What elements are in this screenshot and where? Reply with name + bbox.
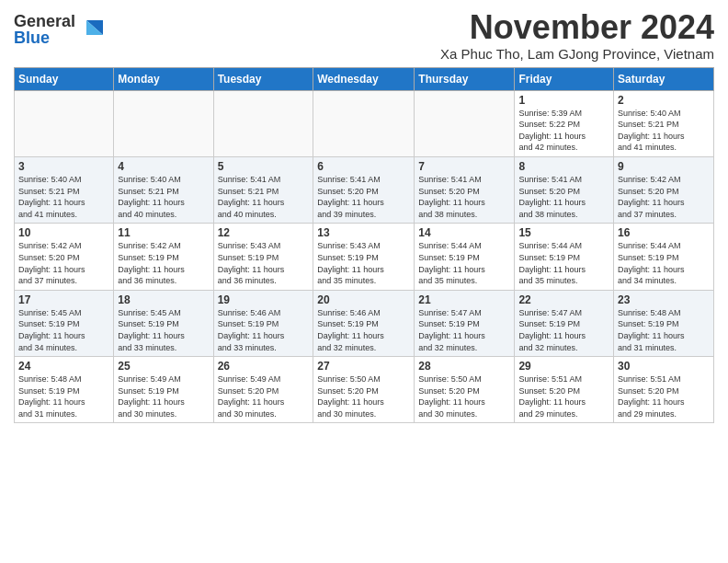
subtitle: Xa Phuc Tho, Lam GJong Province, Vietnam (440, 46, 714, 62)
calendar-cell: 24Sunrise: 5:48 AM Sunset: 5:19 PM Dayli… (15, 357, 114, 423)
day-info: Sunrise: 5:51 AM Sunset: 5:20 PM Dayligh… (518, 373, 609, 419)
col-header-tuesday: Tuesday (213, 67, 313, 90)
day-info: Sunrise: 5:46 AM Sunset: 5:19 PM Dayligh… (218, 307, 310, 353)
day-number: 8 (518, 160, 609, 173)
day-info: Sunrise: 5:50 AM Sunset: 5:20 PM Dayligh… (418, 373, 510, 419)
calendar-cell: 4Sunrise: 5:40 AM Sunset: 5:21 PM Daylig… (114, 156, 213, 223)
calendar-cell: 7Sunrise: 5:41 AM Sunset: 5:20 PM Daylig… (415, 156, 515, 223)
calendar-week-3: 10Sunrise: 5:42 AM Sunset: 5:20 PM Dayli… (15, 224, 714, 290)
logo: General Blue (14, 13, 103, 46)
calendar-cell: 8Sunrise: 5:41 AM Sunset: 5:20 PM Daylig… (515, 156, 614, 223)
day-info: Sunrise: 5:50 AM Sunset: 5:20 PM Dayligh… (317, 373, 410, 419)
day-number: 21 (418, 293, 510, 306)
calendar-cell: 27Sunrise: 5:50 AM Sunset: 5:20 PM Dayli… (313, 357, 415, 423)
day-number: 17 (18, 293, 109, 306)
day-info: Sunrise: 5:48 AM Sunset: 5:19 PM Dayligh… (18, 373, 109, 419)
logo-general-text: General (14, 13, 75, 29)
calendar-cell: 15Sunrise: 5:44 AM Sunset: 5:19 PM Dayli… (515, 224, 614, 290)
col-header-sunday: Sunday (15, 67, 114, 90)
day-info: Sunrise: 5:49 AM Sunset: 5:20 PM Dayligh… (218, 373, 310, 419)
day-info: Sunrise: 5:49 AM Sunset: 5:19 PM Dayligh… (118, 373, 209, 419)
col-header-saturday: Saturday (614, 67, 714, 90)
calendar-cell: 5Sunrise: 5:41 AM Sunset: 5:21 PM Daylig… (213, 156, 313, 223)
day-info: Sunrise: 5:47 AM Sunset: 5:19 PM Dayligh… (418, 307, 510, 353)
day-number: 9 (618, 160, 710, 173)
calendar-cell: 14Sunrise: 5:44 AM Sunset: 5:19 PM Dayli… (415, 224, 515, 290)
calendar-cell (213, 90, 313, 156)
calendar-cell: 12Sunrise: 5:43 AM Sunset: 5:19 PM Dayli… (213, 224, 313, 290)
day-info: Sunrise: 5:41 AM Sunset: 5:20 PM Dayligh… (317, 174, 410, 220)
calendar-cell: 3Sunrise: 5:40 AM Sunset: 5:21 PM Daylig… (15, 156, 114, 223)
calendar-cell: 21Sunrise: 5:47 AM Sunset: 5:19 PM Dayli… (415, 290, 515, 356)
day-number: 18 (118, 293, 209, 306)
calendar-cell: 11Sunrise: 5:42 AM Sunset: 5:19 PM Dayli… (114, 224, 213, 290)
day-info: Sunrise: 5:51 AM Sunset: 5:20 PM Dayligh… (618, 373, 710, 419)
day-number: 30 (618, 360, 710, 373)
calendar-cell: 13Sunrise: 5:43 AM Sunset: 5:19 PM Dayli… (313, 224, 415, 290)
day-info: Sunrise: 5:41 AM Sunset: 5:20 PM Dayligh… (518, 174, 609, 220)
col-header-monday: Monday (114, 67, 213, 90)
col-header-friday: Friday (515, 67, 614, 90)
day-number: 4 (118, 160, 209, 173)
calendar-week-2: 3Sunrise: 5:40 AM Sunset: 5:21 PM Daylig… (15, 156, 714, 223)
col-header-thursday: Thursday (415, 67, 515, 90)
calendar-cell: 20Sunrise: 5:46 AM Sunset: 5:19 PM Dayli… (313, 290, 415, 356)
day-info: Sunrise: 5:42 AM Sunset: 5:19 PM Dayligh… (118, 240, 209, 286)
calendar-cell: 18Sunrise: 5:45 AM Sunset: 5:19 PM Dayli… (114, 290, 213, 356)
day-number: 11 (118, 226, 209, 239)
day-number: 3 (18, 160, 109, 173)
day-number: 22 (518, 293, 609, 306)
calendar-cell: 22Sunrise: 5:47 AM Sunset: 5:19 PM Dayli… (515, 290, 614, 356)
calendar-cell: 19Sunrise: 5:46 AM Sunset: 5:19 PM Dayli… (213, 290, 313, 356)
calendar-cell: 29Sunrise: 5:51 AM Sunset: 5:20 PM Dayli… (515, 357, 614, 423)
title-block: November 2024 Xa Phuc Tho, Lam GJong Pro… (440, 9, 714, 62)
day-info: Sunrise: 5:44 AM Sunset: 5:19 PM Dayligh… (618, 240, 710, 286)
day-number: 13 (317, 226, 410, 239)
day-info: Sunrise: 5:47 AM Sunset: 5:19 PM Dayligh… (518, 307, 609, 353)
day-number: 5 (218, 160, 310, 173)
day-info: Sunrise: 5:44 AM Sunset: 5:19 PM Dayligh… (418, 240, 510, 286)
day-number: 16 (618, 226, 710, 239)
day-number: 10 (18, 226, 109, 239)
logo-icon (77, 17, 103, 42)
day-number: 7 (418, 160, 510, 173)
day-number: 12 (218, 226, 310, 239)
day-number: 29 (518, 360, 609, 373)
calendar-cell: 28Sunrise: 5:50 AM Sunset: 5:20 PM Dayli… (415, 357, 515, 423)
day-number: 15 (518, 226, 609, 239)
calendar-cell: 6Sunrise: 5:41 AM Sunset: 5:20 PM Daylig… (313, 156, 415, 223)
header-row: General Blue November 2024 Xa Phuc Tho, … (14, 9, 714, 62)
calendar-cell: 10Sunrise: 5:42 AM Sunset: 5:20 PM Dayli… (15, 224, 114, 290)
day-number: 20 (317, 293, 410, 306)
calendar-cell: 16Sunrise: 5:44 AM Sunset: 5:19 PM Dayli… (614, 224, 714, 290)
day-info: Sunrise: 5:39 AM Sunset: 5:22 PM Dayligh… (518, 108, 609, 154)
calendar-cell (313, 90, 415, 156)
day-info: Sunrise: 5:40 AM Sunset: 5:21 PM Dayligh… (618, 108, 710, 154)
month-title: November 2024 (440, 9, 714, 46)
day-info: Sunrise: 5:43 AM Sunset: 5:19 PM Dayligh… (317, 240, 410, 286)
logo-blue-text: Blue (14, 29, 75, 46)
day-info: Sunrise: 5:43 AM Sunset: 5:19 PM Dayligh… (218, 240, 310, 286)
calendar-cell: 23Sunrise: 5:48 AM Sunset: 5:19 PM Dayli… (614, 290, 714, 356)
day-info: Sunrise: 5:42 AM Sunset: 5:20 PM Dayligh… (618, 174, 710, 220)
day-number: 28 (418, 360, 510, 373)
day-info: Sunrise: 5:42 AM Sunset: 5:20 PM Dayligh… (18, 240, 109, 286)
day-number: 2 (618, 94, 710, 107)
calendar-cell: 30Sunrise: 5:51 AM Sunset: 5:20 PM Dayli… (614, 357, 714, 423)
day-info: Sunrise: 5:45 AM Sunset: 5:19 PM Dayligh… (18, 307, 109, 353)
calendar-cell: 25Sunrise: 5:49 AM Sunset: 5:19 PM Dayli… (114, 357, 213, 423)
day-info: Sunrise: 5:40 AM Sunset: 5:21 PM Dayligh… (118, 174, 209, 220)
day-number: 26 (218, 360, 310, 373)
calendar-header-row: SundayMondayTuesdayWednesdayThursdayFrid… (15, 67, 714, 90)
calendar-week-4: 17Sunrise: 5:45 AM Sunset: 5:19 PM Dayli… (15, 290, 714, 356)
day-info: Sunrise: 5:44 AM Sunset: 5:19 PM Dayligh… (518, 240, 609, 286)
day-info: Sunrise: 5:41 AM Sunset: 5:21 PM Dayligh… (218, 174, 310, 220)
calendar-cell: 9Sunrise: 5:42 AM Sunset: 5:20 PM Daylig… (614, 156, 714, 223)
calendar-cell (415, 90, 515, 156)
page: General Blue November 2024 Xa Phuc Tho, … (0, 0, 728, 432)
calendar-table: SundayMondayTuesdayWednesdayThursdayFrid… (14, 67, 714, 424)
calendar-cell: 26Sunrise: 5:49 AM Sunset: 5:20 PM Dayli… (213, 357, 313, 423)
day-number: 25 (118, 360, 209, 373)
day-info: Sunrise: 5:46 AM Sunset: 5:19 PM Dayligh… (317, 307, 410, 353)
calendar-cell (15, 90, 114, 156)
